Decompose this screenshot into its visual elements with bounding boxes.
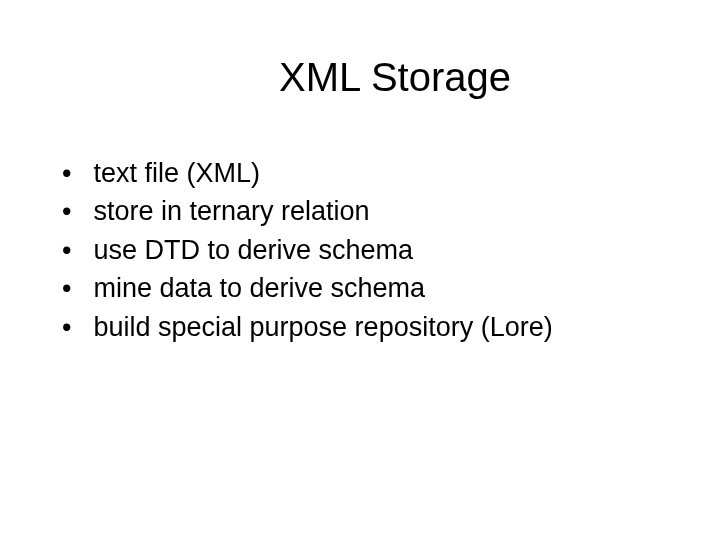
bullet-icon: • bbox=[62, 155, 71, 191]
list-item: • store in ternary relation bbox=[62, 193, 670, 229]
bullet-icon: • bbox=[62, 309, 71, 345]
bullet-text: text file (XML) bbox=[93, 155, 670, 191]
list-item: • text file (XML) bbox=[62, 155, 670, 191]
list-item: • build special purpose repository (Lore… bbox=[62, 309, 670, 345]
bullet-text: mine data to derive schema bbox=[93, 270, 670, 306]
list-item: • use DTD to derive schema bbox=[62, 232, 670, 268]
bullet-text: build special purpose repository (Lore) bbox=[93, 309, 670, 345]
bullet-text: store in ternary relation bbox=[93, 193, 670, 229]
list-item: • mine data to derive schema bbox=[62, 270, 670, 306]
slide-title: XML Storage bbox=[120, 55, 670, 100]
bullet-icon: • bbox=[62, 270, 71, 306]
bullet-text: use DTD to derive schema bbox=[93, 232, 670, 268]
slide-container: XML Storage • text file (XML) • store in… bbox=[0, 0, 720, 540]
bullet-icon: • bbox=[62, 232, 71, 268]
bullet-list: • text file (XML) • store in ternary rel… bbox=[50, 155, 670, 345]
bullet-icon: • bbox=[62, 193, 71, 229]
